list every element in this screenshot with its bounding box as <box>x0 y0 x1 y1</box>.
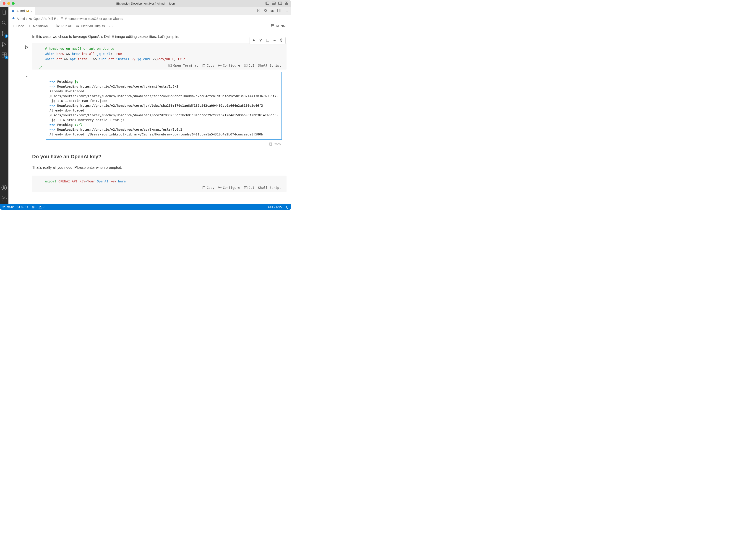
cell-output: ==> Fetching jq ==> Downloading https://… <box>46 72 282 140</box>
copy-button[interactable]: Copy <box>202 186 214 190</box>
svg-point-38 <box>272 25 272 25</box>
close-window-button[interactable] <box>3 2 5 5</box>
git-branch-status[interactable]: main* <box>2 206 14 209</box>
window-title: [Extension Development Host] AI.md — loo… <box>0 2 291 5</box>
chevron-right-icon: › <box>26 17 28 21</box>
language-label[interactable]: Shell Script <box>258 186 281 190</box>
cli-button[interactable]: CLI <box>244 64 254 67</box>
svg-point-48 <box>219 187 220 188</box>
notebook-toolbar: ＋ Code ＋ Markdown Run All Clear All Outp… <box>8 22 291 31</box>
configure-button[interactable]: Configure <box>218 186 240 190</box>
extensions-badge: 1 <box>5 56 8 59</box>
git-sync-status[interactable]: 0↓ 1↑ <box>17 206 28 209</box>
svg-point-12 <box>2 31 3 33</box>
tab-ai-md[interactable]: AI.md M × <box>8 7 35 15</box>
open-terminal-button[interactable]: Open Terminal <box>168 64 198 67</box>
svg-point-14 <box>5 33 6 34</box>
more-actions-icon[interactable]: ⋯ <box>284 8 288 13</box>
code-cell-footer: Open Terminal Copy Configure CLI <box>45 62 282 68</box>
tab-modified-indicator: M <box>26 9 29 13</box>
search-icon[interactable] <box>1 20 7 26</box>
markdown-symbol-icon: M↓ <box>29 17 32 20</box>
svg-point-52 <box>4 206 5 207</box>
svg-rect-0 <box>266 2 269 5</box>
svg-rect-7 <box>287 2 288 3</box>
more-cell-actions-icon[interactable]: ⋯ <box>273 38 276 43</box>
cell-position-status[interactable]: Cell 7 of 27 <box>268 206 282 209</box>
maximize-window-button[interactable] <box>12 2 15 5</box>
execute-above-icon[interactable] <box>252 38 256 43</box>
breadcrumb-file[interactable]: AI.md <box>17 17 25 21</box>
cell-output-collapse-icon[interactable]: ⋯ <box>24 74 29 79</box>
execute-below-icon[interactable] <box>259 38 263 43</box>
markdown-file-icon <box>11 9 15 13</box>
clear-all-outputs-button[interactable]: Clear All Outputs <box>76 24 105 28</box>
clear-outputs-icon <box>76 24 79 28</box>
svg-rect-43 <box>203 65 205 67</box>
customize-layout-icon[interactable] <box>285 1 288 6</box>
svg-point-21 <box>3 186 5 188</box>
svg-rect-6 <box>285 2 286 3</box>
configure-button[interactable]: Configure <box>218 64 240 67</box>
copy-button[interactable]: Copy <box>202 64 214 67</box>
svg-rect-9 <box>287 3 288 5</box>
svg-line-11 <box>5 24 7 25</box>
output-copy-button[interactable]: Copy <box>22 141 287 146</box>
extensions-icon[interactable]: 1 <box>1 52 7 59</box>
svg-point-50 <box>3 206 3 207</box>
toolbar-more-icon[interactable]: ⋯ <box>109 24 113 29</box>
breadcrumbs[interactable]: AI.md › M↓ OpenAI's Dall-E › # homebrew … <box>8 15 291 22</box>
titlebar-layout-controls <box>266 1 288 6</box>
code-editor[interactable]: # homebrew on macOS or apt on Ubuntu whi… <box>32 43 287 70</box>
breadcrumb-heading[interactable]: # homebrew on macOS or apt on Ubuntu <box>65 17 123 21</box>
tab-close-icon[interactable]: × <box>30 9 32 13</box>
markdown-cell-intro: In this case, we chose to leverage OpenA… <box>8 34 291 42</box>
explorer-icon[interactable] <box>1 9 7 16</box>
svg-point-22 <box>3 198 5 199</box>
code-cell-2: export OPENAI_API_KEY=Your OpenAI key he… <box>8 173 291 193</box>
compare-changes-icon[interactable] <box>264 9 267 13</box>
svg-point-51 <box>3 208 3 208</box>
markdown-preview-badge[interactable]: M↓ <box>271 9 274 13</box>
cell-toolbar: ⋯ <box>250 37 286 44</box>
activity-bar: 1 1 <box>0 7 8 204</box>
split-cell-icon[interactable] <box>266 38 269 43</box>
svg-rect-46 <box>270 143 272 146</box>
code-cell-1: ⋯ # homebrew on macOS or apt on Ubuntu w… <box>8 42 291 147</box>
delete-cell-icon[interactable] <box>279 38 283 43</box>
run-cell-button[interactable] <box>24 45 29 50</box>
split-editor-icon[interactable] <box>277 9 281 13</box>
breadcrumb-section[interactable]: OpenAI's Dall-E <box>34 17 56 21</box>
heading-symbol-icon <box>60 16 64 21</box>
accounts-icon[interactable] <box>1 185 7 191</box>
svg-rect-17 <box>5 53 7 55</box>
notebook-content[interactable]: In this case, we chose to leverage OpenA… <box>8 31 291 204</box>
source-control-icon[interactable]: 1 <box>1 31 7 37</box>
settings-gear-icon[interactable] <box>1 196 7 202</box>
code-editor[interactable]: export OPENAI_API_KEY=Your OpenAI key he… <box>32 176 287 192</box>
add-markdown-cell-button[interactable]: ＋ Markdown <box>28 24 48 28</box>
markdown-heading: Do you have an OpenAI key? <box>8 147 291 162</box>
svg-rect-49 <box>244 187 247 189</box>
markdown-cell-followup: That's really all you need. Please enter… <box>8 162 291 173</box>
editor-area: AI.md M × M↓ ⋯ AI.md › M↓ OpenAI's Dall-… <box>8 7 291 204</box>
notifications-icon[interactable] <box>286 206 289 209</box>
svg-point-24 <box>264 9 265 10</box>
problems-status[interactable]: 0 0 <box>31 206 44 209</box>
run-debug-icon[interactable] <box>1 41 7 48</box>
svg-rect-4 <box>279 2 282 5</box>
language-label[interactable]: Shell Script <box>258 64 281 67</box>
gear-icon[interactable] <box>257 9 261 13</box>
svg-rect-18 <box>2 55 4 57</box>
run-all-icon <box>56 24 60 28</box>
cli-button[interactable]: CLI <box>244 186 254 190</box>
toggle-secondary-sidebar-icon[interactable] <box>278 1 282 6</box>
runme-kernel-button[interactable]: RUNME <box>271 24 288 28</box>
minimize-window-button[interactable] <box>7 2 10 5</box>
toggle-panel-icon[interactable] <box>272 1 276 6</box>
svg-rect-8 <box>285 3 286 5</box>
add-code-cell-button[interactable]: ＋ Code <box>12 24 24 28</box>
toggle-primary-sidebar-icon[interactable] <box>266 1 269 6</box>
run-all-button[interactable]: Run All <box>56 24 71 28</box>
svg-point-10 <box>2 21 5 24</box>
